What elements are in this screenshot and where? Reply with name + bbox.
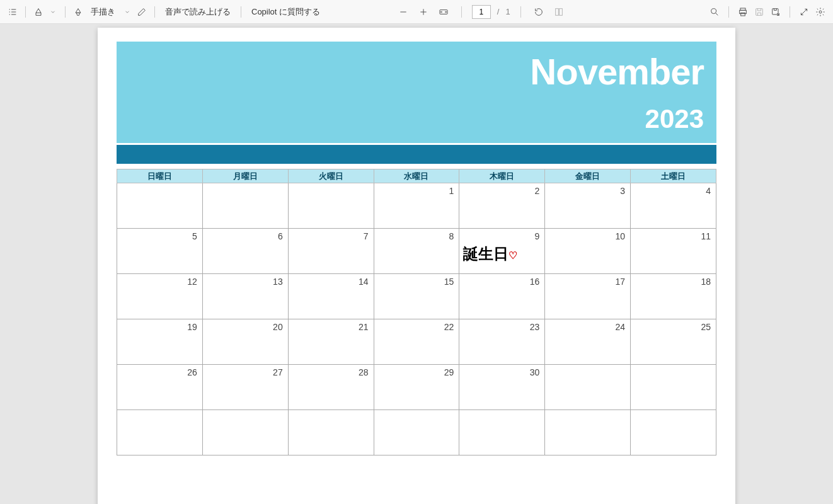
calendar-cell: 27 xyxy=(202,365,288,410)
highlighter-button[interactable] xyxy=(31,4,46,20)
day-header: 土曜日 xyxy=(631,169,716,183)
ask-copilot-label: Copilot に質問する xyxy=(251,7,320,16)
calendar-table: 日曜日 月曜日 火曜日 水曜日 木曜日 金曜日 土曜日 123456789誕生日… xyxy=(117,169,716,455)
calendar-row: 2627282930 xyxy=(117,365,716,410)
day-header-row: 日曜日 月曜日 火曜日 水曜日 木曜日 金曜日 土曜日 xyxy=(117,169,716,183)
calendar-row: 12131415161718 xyxy=(117,274,716,319)
svg-rect-6 xyxy=(741,13,745,16)
draw-dropdown[interactable] xyxy=(120,4,134,20)
ink-annotation: 誕生日♡ xyxy=(463,244,517,264)
page-view-icon xyxy=(554,7,564,17)
page-slash: / xyxy=(497,7,500,16)
page-total: 1 xyxy=(505,7,510,16)
calendar-cell xyxy=(374,410,459,455)
calendar-row: 1234 xyxy=(117,183,716,229)
calendar-cell: 30 xyxy=(459,365,545,410)
day-header: 日曜日 xyxy=(117,169,203,183)
separator xyxy=(25,6,26,18)
read-aloud-label: 音声で読み上げる xyxy=(165,7,231,16)
calendar-cell xyxy=(631,410,716,455)
list-icon xyxy=(8,7,18,17)
calendar-cell xyxy=(202,183,288,229)
page-number-input[interactable] xyxy=(472,5,491,19)
calendar-row: 56789誕生日♡1011 xyxy=(117,229,716,274)
heart-icon: ♡ xyxy=(508,250,517,261)
day-header: 火曜日 xyxy=(288,169,374,183)
calendar-cell: 8 xyxy=(374,229,459,274)
save-as-button[interactable] xyxy=(768,4,783,20)
calendar-cell xyxy=(631,365,716,410)
page-view-button[interactable] xyxy=(551,4,566,20)
read-aloud-button[interactable]: 音声で読み上げる xyxy=(160,6,236,18)
separator xyxy=(520,6,521,18)
highlighter-icon xyxy=(33,7,43,17)
fit-button[interactable] xyxy=(436,4,451,20)
draw-pen-button[interactable] xyxy=(71,4,86,20)
calendar-cell xyxy=(459,410,545,455)
calendar-cell: 23 xyxy=(459,319,545,365)
separator xyxy=(154,6,155,18)
calendar-row xyxy=(117,410,716,455)
draw-button[interactable]: 手描き xyxy=(86,6,120,18)
calendar-header: November 2023 xyxy=(117,42,716,143)
day-header: 水曜日 xyxy=(374,169,459,183)
day-header: 月曜日 xyxy=(202,169,288,183)
calendar-cell: 19 xyxy=(117,319,203,365)
print-button[interactable] xyxy=(735,4,750,20)
eraser-icon xyxy=(137,7,147,17)
fit-icon xyxy=(439,7,449,17)
chevron-down-icon xyxy=(124,7,130,17)
svg-point-3 xyxy=(711,8,716,13)
calendar-cell: 9誕生日♡ xyxy=(459,229,545,274)
zoom-out-button[interactable] xyxy=(396,4,411,20)
separator xyxy=(461,6,462,18)
calendar-cell: 21 xyxy=(288,319,374,365)
table-of-contents-button[interactable] xyxy=(5,4,20,20)
save-as-icon xyxy=(771,7,781,17)
svg-rect-1 xyxy=(555,8,558,15)
rotate-button[interactable] xyxy=(531,4,546,20)
calendar-cell: 1 xyxy=(374,183,459,229)
calendar-cell xyxy=(545,410,631,455)
toolbar: 手描き 音声で読み上げる Copilot に質問する / 1 xyxy=(0,0,833,24)
save-button[interactable] xyxy=(752,4,767,20)
calendar-cell xyxy=(288,410,374,455)
separator xyxy=(790,6,790,18)
calendar-cell: 4 xyxy=(631,183,716,229)
calendar-cell: 14 xyxy=(288,274,374,319)
calendar-cell: 20 xyxy=(202,319,288,365)
calendar-cell xyxy=(202,410,288,455)
calendar-cell xyxy=(288,183,374,229)
toolbar-center: / 1 xyxy=(396,4,566,20)
highlighter-dropdown[interactable] xyxy=(46,4,60,20)
sub-header-bar xyxy=(117,145,716,164)
calendar-cell xyxy=(545,365,631,410)
fullscreen-button[interactable] xyxy=(796,4,812,20)
zoom-in-button[interactable] xyxy=(416,4,431,20)
eraser-button[interactable] xyxy=(134,4,149,20)
calendar-cell: 10 xyxy=(545,229,631,274)
calendar-cell: 15 xyxy=(374,274,459,319)
calendar-cell: 7 xyxy=(288,229,374,274)
calendar-cell: 6 xyxy=(202,229,288,274)
plus-icon xyxy=(418,7,428,17)
settings-button[interactable] xyxy=(813,4,828,20)
pen-icon xyxy=(73,7,83,17)
calendar-cell: 18 xyxy=(631,274,716,319)
calendar-cell: 13 xyxy=(202,274,288,319)
chevron-down-icon xyxy=(50,7,56,17)
svg-rect-7 xyxy=(756,8,763,15)
ink-text: 誕生日 xyxy=(463,246,508,262)
calendar-row: 19202122232425 xyxy=(117,319,716,365)
ask-copilot-button[interactable]: Copilot に質問する xyxy=(246,6,325,18)
calendar-cell: 17 xyxy=(545,274,631,319)
separator xyxy=(728,6,729,18)
search-button[interactable] xyxy=(707,4,722,20)
search-icon xyxy=(709,7,720,17)
toolbar-right xyxy=(707,4,828,20)
page: November 2023 日曜日 月曜日 火曜日 水曜日 木曜日 金曜日 土曜… xyxy=(98,28,735,504)
save-icon xyxy=(754,7,764,17)
calendar-cell: 2 xyxy=(459,183,545,229)
calendar-cell: 28 xyxy=(288,365,374,410)
document-area[interactable]: November 2023 日曜日 月曜日 火曜日 水曜日 木曜日 金曜日 土曜… xyxy=(0,24,833,504)
